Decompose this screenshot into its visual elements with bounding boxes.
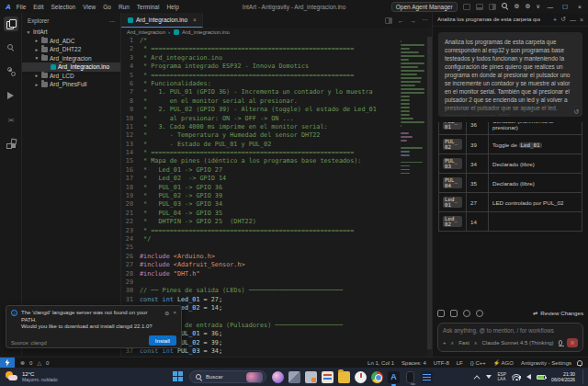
code-line[interactable]: 24 */ bbox=[121, 235, 432, 244]
mail-app-icon[interactable] bbox=[322, 371, 334, 383]
code-line[interactable]: 20 * PUL_03 -> GPIO 34 bbox=[121, 200, 432, 209]
tree-item[interactable]: ▾ IntArt bbox=[22, 28, 120, 37]
copilot-app-icon[interactable] bbox=[272, 371, 284, 383]
taskbar-search[interactable]: Buscar bbox=[189, 370, 266, 383]
code-line[interactable]: 26 #include <Arduino.h> bbox=[121, 253, 432, 261]
menu-item[interactable]: Run bbox=[119, 4, 130, 10]
tree-item[interactable]: ▸ Ard_DHT22 bbox=[22, 45, 120, 54]
layout-chevron-icon[interactable]: ∨ bbox=[536, 3, 540, 10]
code-line[interactable]: 19 * PUL_02 -> GPIO 39 bbox=[121, 192, 432, 200]
tools-icon[interactable] bbox=[476, 310, 483, 317]
mode-selector[interactable]: Fast bbox=[458, 340, 469, 346]
code-line[interactable]: 23 * ===================================… bbox=[121, 227, 432, 235]
clock-app-icon[interactable] bbox=[355, 371, 367, 383]
phone-link-icon[interactable] bbox=[406, 371, 414, 383]
code-line[interactable]: 10 * al presionar: ON -> OFF -> ON ... bbox=[121, 115, 432, 123]
tree-item[interactable]: ▸ Ard_ADC bbox=[22, 37, 120, 46]
extensions-icon[interactable] bbox=[4, 136, 18, 151]
checklist-icon[interactable] bbox=[450, 310, 458, 317]
toggle-panel-bottom-icon[interactable] bbox=[476, 4, 483, 10]
code-line[interactable]: 2 * ====================================… bbox=[121, 45, 432, 53]
notifications-bell-icon[interactable] bbox=[577, 360, 582, 366]
attach-file-icon[interactable] bbox=[437, 310, 445, 317]
code-line[interactable]: 3 * Ard_integracion.ino bbox=[121, 54, 432, 62]
minimap[interactable] bbox=[399, 39, 426, 174]
history-icon[interactable]: ↺ bbox=[560, 16, 566, 23]
code-line[interactable]: 15 * Mapa de pines (idéntico a los progr… bbox=[121, 157, 432, 165]
code-line[interactable]: 7 * 1. PUL_01 (GPIO 36) - Incrementa un … bbox=[121, 88, 432, 96]
tray-expand-icon[interactable] bbox=[474, 375, 481, 381]
source-control-icon[interactable] bbox=[4, 64, 18, 79]
account-icon[interactable]: ⚙ bbox=[525, 3, 530, 10]
explorer-icon[interactable] bbox=[4, 17, 18, 31]
code-line[interactable]: 22 * DHTPIN -> GPIO 25 (DHT22) bbox=[121, 218, 432, 226]
editor-more-icon[interactable]: ⋯ bbox=[422, 17, 428, 24]
code-line[interactable]: 25 bbox=[121, 244, 432, 252]
nav-forward-icon[interactable]: → bbox=[410, 17, 416, 24]
mic-icon[interactable] bbox=[559, 340, 562, 346]
code-line[interactable]: 16 * Led_01 -> GPIO 27 bbox=[121, 166, 432, 175]
problems-indicator[interactable]: ⊗ 0 △ 0 bbox=[20, 359, 49, 366]
tab-close-icon[interactable]: × bbox=[193, 17, 197, 23]
nav-back-icon[interactable]: ← bbox=[398, 17, 404, 24]
show-desktop-button[interactable] bbox=[582, 369, 584, 384]
code-line[interactable]: 27 #include <Adafruit_Sensor.h> bbox=[121, 261, 432, 269]
code-line[interactable]: 18 * PUL_01 -> GPIO 36 bbox=[121, 184, 432, 192]
notepad-app-icon[interactable] bbox=[421, 371, 433, 383]
chrome-icon[interactable] bbox=[371, 371, 383, 383]
status-bar-item[interactable]: LF bbox=[457, 360, 463, 366]
menu-item[interactable]: Help bbox=[166, 4, 178, 10]
code-line[interactable]: 5 * ====================================… bbox=[121, 72, 432, 80]
code-line[interactable]: 28 #include "DHT.h" bbox=[121, 270, 432, 278]
download-arrow-icon[interactable] bbox=[486, 375, 492, 379]
code-line[interactable]: 13 * - Estado de PUL_01 y PUL_02 bbox=[121, 141, 432, 149]
code-line[interactable]: 37 const int PUL_03 = 34; bbox=[121, 347, 432, 356]
explorer-more-icon[interactable]: ⋯ bbox=[109, 17, 115, 24]
conversation-title[interactable]: Analiza los programas de esta carpeta qu… bbox=[437, 17, 540, 22]
search-sidebar-icon[interactable] bbox=[4, 40, 18, 55]
status-bar-item[interactable]: UTF-8 bbox=[434, 360, 449, 366]
remote-explorer-icon[interactable]: >< bbox=[4, 112, 18, 127]
user-message[interactable]: Analiza los programas de esta carpeta qu… bbox=[438, 32, 582, 117]
maximize-button[interactable]: ▢ bbox=[560, 3, 570, 10]
code-line[interactable]: 12 * - Temperatura y Humedad del sensor … bbox=[121, 131, 432, 140]
status-bar-item[interactable]: {} C++ bbox=[470, 360, 486, 366]
toggle-panel-right-icon[interactable] bbox=[489, 4, 496, 10]
code-line[interactable]: 29 bbox=[121, 278, 432, 287]
notification-gear-icon[interactable]: ⚙ bbox=[164, 310, 169, 331]
panel-minimize-icon[interactable]: — bbox=[570, 17, 576, 23]
code-line[interactable]: 21 * PUL_04 -> GPIO 35 bbox=[121, 210, 432, 218]
resend-icon[interactable]: ↺ bbox=[573, 108, 579, 355]
breadcrumb[interactable]: Ard_integracion › Ard_integracion.ino bbox=[121, 28, 432, 37]
menu-item[interactable]: Edit bbox=[33, 4, 43, 10]
close-button[interactable]: × bbox=[575, 4, 584, 10]
menu-item[interactable]: Terminal bbox=[137, 4, 160, 10]
search-icon[interactable] bbox=[502, 3, 509, 10]
status-bar-item[interactable]: Antigravity - Settings bbox=[521, 360, 571, 366]
open-agent-manager-button[interactable]: Open Agent Manager bbox=[391, 2, 458, 12]
panel-close-icon[interactable]: × bbox=[580, 17, 583, 23]
code-line[interactable]: 31 const int Led_01 = 27; bbox=[121, 296, 432, 304]
status-bar-item[interactable]: Ln 1, Col 1 bbox=[368, 360, 394, 366]
model-selector[interactable]: Claude Sonnet 4.5 (Thinking) bbox=[482, 340, 554, 346]
notification-close-icon[interactable]: × bbox=[173, 310, 176, 331]
menu-item[interactable]: File bbox=[17, 4, 26, 10]
code-line[interactable]: 9 * 2. PUL_02 (GPIO 39) - Alterna (toggl… bbox=[121, 106, 432, 114]
taskbar-clock[interactable]: 21:30 06/04/2026 bbox=[551, 371, 575, 382]
toggle-panel-left-icon[interactable] bbox=[463, 4, 470, 10]
office-app-icon[interactable] bbox=[305, 371, 317, 383]
menu-item[interactable]: Selection bbox=[51, 4, 75, 10]
code-line[interactable]: 4 * Programa integrado ESP32 - Innova Do… bbox=[121, 62, 432, 71]
speaker-icon[interactable] bbox=[526, 374, 531, 380]
breadcrumb-folder[interactable]: Ard_integracion bbox=[127, 29, 165, 35]
code-line[interactable]: 14 * ===================================… bbox=[121, 149, 432, 157]
code-line[interactable]: 6 * Funcionalidades: bbox=[121, 80, 432, 88]
tree-item[interactable]: ▸ Ard_PinesFull bbox=[22, 80, 120, 89]
run-debug-icon[interactable] bbox=[4, 88, 18, 103]
weather-widget[interactable]: 12°C Mayorm. nublado bbox=[6, 371, 143, 383]
add-context-icon[interactable]: + bbox=[443, 340, 447, 346]
new-conversation-icon[interactable]: + bbox=[553, 17, 557, 23]
minimize-button[interactable]: — bbox=[546, 4, 555, 10]
tree-item[interactable]: ▾ Ard_integracion bbox=[22, 54, 120, 63]
tab-ard-integracion[interactable]: Ard_integracion.ino × bbox=[121, 13, 203, 28]
